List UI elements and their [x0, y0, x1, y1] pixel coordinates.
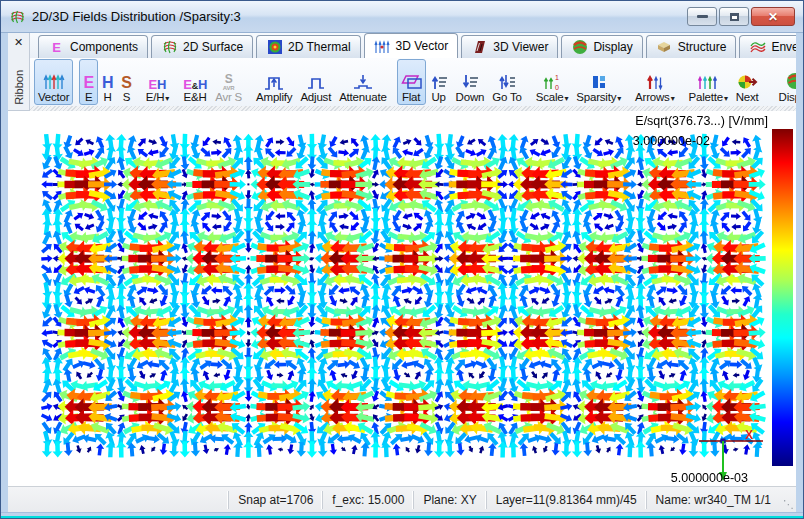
status-plane: Plane: XY — [413, 491, 485, 509]
app-icon — [9, 9, 26, 25]
up-icon — [430, 68, 448, 91]
e-field-icon: E — [83, 68, 93, 91]
svg-text:1: 1 — [555, 74, 559, 81]
ribbon-close-icon[interactable]: ✕ — [14, 36, 23, 48]
tab-3d-viewer[interactable]: 3D Viewer — [461, 35, 558, 58]
toolbar-button-e-and-h[interactable]: E&H E&H — [179, 59, 211, 105]
toolbar-button-scale[interactable]: 1 0 Scale▾ — [532, 59, 573, 105]
display-icon — [571, 39, 588, 55]
status-bar: Snap at=1706 f_exc: 15.000 Plane: XY Lay… — [8, 486, 796, 512]
window-frame-right — [796, 33, 803, 518]
toolbar-button-display[interactable]: Display — [775, 59, 796, 105]
dropdown-arrow-icon: ▾ — [724, 94, 728, 103]
toolbar-button-h[interactable]: H H — [98, 59, 117, 105]
plot-area: E/sqrt(376.73...) [V/mm] 3.000000e-02 5.… — [8, 111, 796, 486]
close-icon: ✕ — [768, 10, 778, 24]
minimize-icon — [697, 15, 708, 18]
status-f-exc: f_exc: 15.000 — [322, 491, 413, 509]
toolbar-button-up[interactable]: Up — [426, 59, 452, 105]
toolbar-button-down[interactable]: Down — [452, 59, 489, 105]
toolbar-button-attenuate[interactable]: Attenuate — [335, 59, 390, 105]
dropdown-arrow-icon: ▾ — [165, 94, 169, 103]
toolbar-button-s[interactable]: S S — [117, 59, 135, 105]
toolbar-button-goto[interactable]: Go To — [488, 59, 525, 105]
palette-icon — [697, 68, 719, 91]
status-name: Name: wr340_TM 1/1 — [646, 491, 780, 509]
amplify-icon — [264, 68, 284, 91]
toolbar-button-e-over-h[interactable]: EH E/H▾ — [142, 59, 173, 105]
eh-both-icon: E&H — [183, 68, 207, 91]
surface-icon — [161, 39, 178, 55]
restore-icon — [730, 13, 739, 21]
toolbar-button-avr-s[interactable]: SAVR Avr S — [211, 59, 246, 105]
window-frame-accent — [1, 516, 803, 518]
tab-2d-thermal[interactable]: 2D Thermal — [256, 35, 360, 58]
toolbar-button-sparsity[interactable]: Sparsity▾ — [572, 59, 625, 105]
colorbar-min-label: 5.000000e-03 — [671, 471, 748, 485]
attenuate-icon — [353, 68, 373, 91]
status-layer: Layer=11(9.81364 mm)/45 — [486, 491, 646, 509]
toolbar-button-vector[interactable]: Vector — [34, 59, 73, 105]
tab-components[interactable]: E Components — [38, 35, 148, 58]
resize-grip[interactable]: ⋱ — [783, 498, 794, 511]
tab-2d-surface[interactable]: 2D Surface — [151, 35, 253, 58]
colorbar-max-label: 3.000000e-02 — [633, 134, 710, 148]
vector-icon — [374, 38, 391, 54]
tab-3d-vector[interactable]: 3D Vector — [364, 33, 459, 58]
field-unit-label: E/sqrt(376.73...) [V/mm] — [635, 114, 768, 128]
close-button[interactable]: ✕ — [751, 7, 795, 26]
status-snap: Snap at=1706 — [228, 491, 322, 509]
tab-structure[interactable]: Structure — [646, 35, 737, 58]
avr-s-icon: SAVR — [223, 68, 235, 91]
dropdown-arrow-icon: ▾ — [671, 94, 675, 103]
flat-icon — [401, 68, 422, 91]
next-icon — [737, 68, 758, 91]
window-title: 2D/3D Fields Distribution /Sparsity:3 — [32, 9, 687, 24]
toolbar-button-flat[interactable]: Flat — [397, 59, 426, 105]
s-field-icon: S — [121, 68, 131, 91]
window-frame-left — [1, 33, 8, 518]
restore-button[interactable] — [719, 7, 749, 26]
tab-bar: E Components 2D Surface 2 — [8, 33, 796, 58]
toolbar-button-next[interactable]: Next — [732, 59, 763, 105]
adjust-icon — [307, 68, 325, 91]
tab-display[interactable]: Display — [561, 35, 642, 58]
envelope-icon — [749, 39, 766, 55]
vector-field-plot[interactable] — [8, 111, 796, 486]
eh-ratio-icon: EH — [149, 68, 167, 91]
components-icon: E — [48, 39, 65, 55]
svg-text:0: 0 — [555, 84, 559, 91]
goto-icon — [498, 68, 516, 91]
scale-icon: 1 0 — [542, 68, 562, 91]
ribbon-strip: ✕ Ribbon — [8, 33, 30, 111]
client-area: ✕ Ribbon E Components 2D Surface — [8, 33, 796, 512]
minimize-button[interactable] — [687, 7, 717, 26]
structure-icon — [656, 39, 673, 55]
toolbar-button-palette[interactable]: Palette▾ — [684, 59, 731, 105]
tab-envelope[interactable]: Envelope — [739, 35, 804, 58]
down-icon — [461, 68, 479, 91]
vector-grid-icon — [43, 68, 65, 91]
toolbar-button-adjust[interactable]: Adjust — [296, 59, 335, 105]
dropdown-arrow-icon: ▾ — [617, 94, 621, 103]
app-window: 2D/3D Fields Distribution /Sparsity:3 ✕ … — [0, 0, 804, 519]
h-field-icon: H — [102, 68, 113, 91]
toolbar: Vector E E H H S S EH E/H▾ — [8, 58, 796, 106]
sparsity-icon — [591, 68, 607, 91]
viewer-icon — [471, 39, 488, 55]
toolbar-button-amplify[interactable]: Amplify — [252, 59, 296, 105]
dropdown-arrow-icon: ▾ — [564, 94, 568, 103]
display-globe-icon — [786, 68, 796, 91]
toolbar-button-e[interactable]: E E — [79, 59, 97, 105]
thermal-icon — [266, 39, 283, 55]
arrows-icon — [645, 68, 665, 91]
ribbon-label: Ribbon — [13, 70, 25, 105]
colorbar — [772, 129, 793, 466]
toolbar-button-arrows[interactable]: Arrows▾ — [631, 59, 678, 105]
title-bar: 2D/3D Fields Distribution /Sparsity:3 ✕ — [1, 1, 803, 33]
